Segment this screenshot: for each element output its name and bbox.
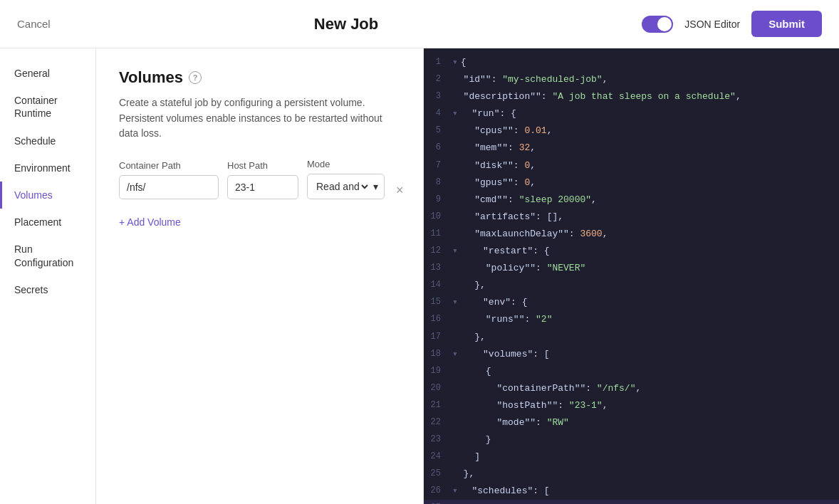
host-path-label: Host Path [227, 160, 298, 171]
line-number: 14 [424, 278, 452, 293]
json-editor-panel: 1▾{2 "id"": "my-scheduled-job",3 "descri… [424, 48, 839, 504]
line-number: 17 [424, 330, 452, 345]
json-line: 25 }, [424, 466, 839, 483]
line-number: 15 [424, 295, 452, 310]
section-description: Create a stateful job by configuring a p… [119, 95, 400, 142]
line-content: { [461, 500, 839, 504]
collapse-icon[interactable]: ▾ [452, 347, 458, 362]
json-line: 23 } [424, 431, 839, 448]
line-number: 23 [424, 432, 452, 448]
json-line: 21 "hostPath"": "23-1", [424, 397, 839, 414]
collapse-icon[interactable]: ▾ [452, 483, 458, 499]
json-line: 10 "artifacts": [], [424, 209, 839, 226]
line-number: 4 [424, 106, 452, 122]
sidebar-item-container-runtime[interactable]: Container Runtime [0, 87, 95, 127]
line-number: 21 [424, 398, 452, 414]
collapse-icon[interactable]: ▾ [452, 500, 458, 504]
line-number: 25 [424, 466, 452, 482]
line-number: 7 [424, 158, 452, 174]
line-content: "disk"": 0, [452, 158, 839, 174]
line-content: } [452, 432, 839, 448]
main-layout: General Container Runtime Schedule Envir… [0, 48, 839, 504]
json-line: 11 "maxLaunchDelay"": 3600, [424, 226, 839, 243]
json-line: 17 }, [424, 329, 839, 346]
sidebar-item-secrets[interactable]: Secrets [0, 276, 95, 303]
mode-label: Mode [307, 159, 385, 169]
line-content: "artifacts": [], [452, 209, 839, 225]
line-content: "cpus"": 0.01, [452, 123, 839, 139]
header-right: JSON Editor Submit [642, 11, 822, 37]
line-number: 1 [424, 55, 452, 70]
line-content: "mode"": "RW" [452, 415, 839, 431]
json-line: 12▾ "restart": { [424, 243, 839, 260]
help-icon[interactable]: ? [189, 71, 202, 84]
line-number: 11 [424, 226, 452, 242]
sidebar-item-placement[interactable]: Placement [0, 209, 95, 236]
add-volume-button[interactable]: + Add Volume [119, 214, 181, 231]
json-line: 7 "disk"": 0, [424, 157, 839, 174]
line-number: 24 [424, 449, 452, 465]
line-number: 5 [424, 123, 452, 139]
json-line: 14 }, [424, 277, 839, 294]
json-line: 27▾ { [424, 500, 839, 504]
line-content: { [452, 364, 839, 379]
json-line: 2 "id"": "my-scheduled-job", [424, 71, 839, 88]
sidebar-item-run-configuration[interactable]: Run Configuration [0, 236, 95, 275]
sidebar-item-general[interactable]: General [0, 60, 95, 87]
line-content: }, [452, 278, 839, 293]
line-content: "cmd"": "sleep 20000", [452, 192, 839, 208]
line-content: "schedules": [ [461, 483, 839, 499]
line-number: 16 [424, 312, 452, 327]
header: Cancel New Job JSON Editor Submit [0, 0, 839, 48]
line-number: 10 [424, 209, 452, 225]
mode-select[interactable]: Read and Write Read Only [313, 180, 370, 193]
remove-volume-button[interactable]: × [393, 183, 407, 198]
container-path-input[interactable] [119, 175, 219, 199]
line-content: "maxLaunchDelay"": 3600, [452, 226, 839, 242]
line-content: "description"": "A job that sleeps on a … [452, 89, 839, 105]
line-content: "volumes": [ [461, 347, 839, 362]
json-line: 6 "mem"": 32, [424, 140, 839, 157]
collapse-icon[interactable]: ▾ [452, 106, 458, 122]
collapse-icon[interactable]: ▾ [452, 55, 458, 70]
line-content: "id"": "my-scheduled-job", [452, 72, 839, 88]
json-line: 3 "description"": "A job that sleeps on … [424, 88, 839, 105]
json-line: 13 "policy"": "NEVER" [424, 260, 839, 277]
line-number: 2 [424, 72, 452, 88]
chevron-down-icon: ▾ [373, 181, 378, 192]
cancel-button[interactable]: Cancel [17, 14, 51, 34]
line-content: "run": { [461, 106, 839, 122]
line-content: "hostPath"": "23-1", [452, 398, 839, 414]
json-editor-toggle[interactable] [642, 16, 673, 33]
line-number: 9 [424, 192, 452, 208]
json-editor-label: JSON Editor [684, 19, 740, 30]
container-path-label: Container Path [119, 160, 219, 171]
line-content: "runs"": "2" [452, 312, 839, 327]
volume-fields-row: Container Path Host Path Mode Read and W… [119, 159, 400, 199]
json-line: 19 { [424, 363, 839, 380]
line-content: "containerPath"": "/nfs/", [452, 381, 839, 397]
collapse-icon[interactable]: ▾ [452, 295, 458, 310]
json-line: 20 "containerPath"": "/nfs/", [424, 380, 839, 397]
sidebar-item-volumes[interactable]: Volumes [0, 182, 95, 209]
line-content: }, [452, 330, 839, 345]
line-number: 8 [424, 175, 452, 191]
submit-button[interactable]: Submit [751, 11, 822, 37]
json-line: 16 "runs"": "2" [424, 311, 839, 328]
line-content: "restart": { [461, 243, 839, 259]
collapse-icon[interactable]: ▾ [452, 243, 458, 259]
line-content: "env": { [461, 295, 839, 310]
json-line: 22 "mode"": "RW" [424, 414, 839, 431]
mode-select-wrap[interactable]: Read and Write Read Only ▾ [307, 174, 385, 199]
line-number: 13 [424, 261, 452, 276]
host-path-group: Host Path [227, 160, 298, 199]
line-number: 26 [424, 483, 452, 499]
line-content: "gpus"": 0, [452, 175, 839, 191]
sidebar-item-schedule[interactable]: Schedule [0, 127, 95, 154]
line-content: "mem"": 32, [452, 140, 839, 156]
mode-group: Mode Read and Write Read Only ▾ [307, 159, 385, 199]
line-content: { [461, 55, 839, 70]
section-title: Volumes ? [119, 68, 400, 87]
host-path-input[interactable] [227, 175, 298, 199]
sidebar-item-environment[interactable]: Environment [0, 154, 95, 182]
